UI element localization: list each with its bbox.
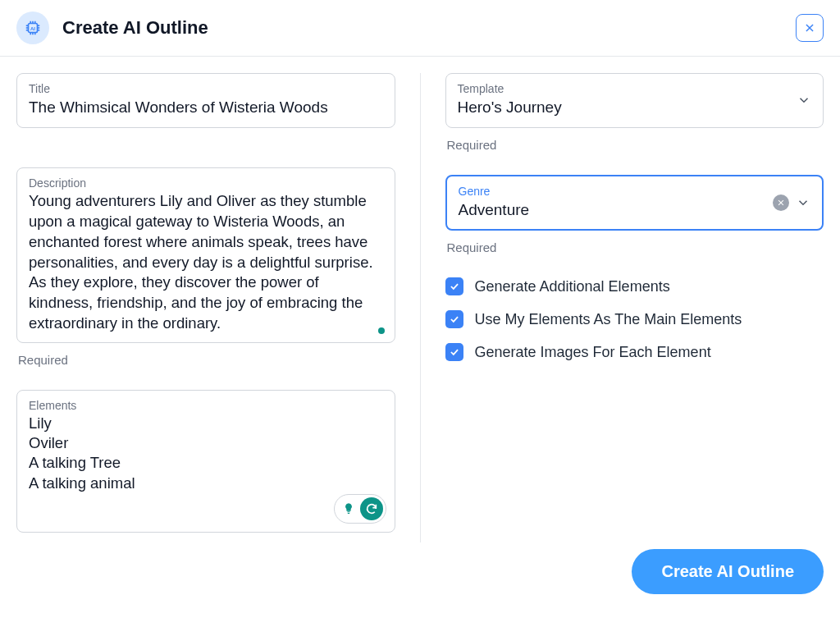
suggestion-button[interactable] [337, 497, 360, 520]
svg-text:AI: AI [30, 26, 35, 31]
option-generate-additional: Generate Additional Elements [445, 277, 824, 295]
genre-label: Genre [459, 185, 774, 198]
ai-icon: AI [16, 11, 49, 44]
description-value: Young adventurers Lily and Oliver as the… [29, 191, 383, 335]
checkbox-use-my-elements[interactable] [445, 310, 463, 328]
checkbox-generate-additional[interactable] [445, 277, 463, 295]
modal-header: AI Create AI Outline [0, 0, 840, 57]
svg-rect-16 [347, 512, 349, 513]
checkbox-label: Generate Images For Each Element [475, 344, 711, 361]
check-icon [449, 314, 460, 325]
modal-title: Create AI Outline [62, 17, 208, 39]
description-label: Description [29, 176, 383, 190]
elements-field[interactable]: Elements Lily Oviler A talking Tree A ta… [16, 390, 395, 533]
genre-value: Adventure [459, 199, 774, 222]
modal-content: Title The Whimsical Wonders of Wisteria … [0, 57, 840, 559]
header-left: AI Create AI Outline [16, 11, 208, 44]
lightbulb-icon [342, 502, 355, 515]
template-label: Template [458, 82, 797, 95]
description-field[interactable]: Description Young adventurers Lily and O… [16, 167, 395, 344]
options-group: Generate Additional Elements Use My Elem… [445, 277, 824, 361]
template-helper: Required [447, 138, 824, 152]
chevron-down-icon [796, 195, 810, 210]
left-column: Title The Whimsical Wonders of Wisteria … [16, 73, 421, 542]
checkbox-label: Use My Elements As The Main Elements [475, 311, 742, 328]
elements-value: Lily Oviler A talking Tree A talking ani… [29, 414, 383, 492]
close-button[interactable] [796, 14, 824, 42]
genre-select[interactable]: Genre Adventure [445, 175, 824, 231]
option-generate-images: Generate Images For Each Element [445, 343, 824, 361]
grammar-actions [334, 494, 386, 524]
title-label: Title [29, 82, 383, 95]
refresh-icon [365, 502, 378, 515]
close-icon [804, 22, 815, 34]
clear-genre-button[interactable] [773, 195, 789, 211]
check-icon [449, 346, 460, 358]
check-icon [449, 281, 460, 292]
svg-rect-17 [347, 513, 349, 514]
checkbox-label: Generate Additional Elements [475, 278, 670, 295]
close-icon [777, 199, 785, 207]
title-value: The Whimsical Wonders of Wisteria Woods [29, 97, 383, 119]
template-value: Hero's Journey [458, 97, 797, 119]
elements-label: Elements [29, 399, 383, 412]
grammar-check-button[interactable] [360, 497, 383, 520]
template-select[interactable]: Template Hero's Journey [445, 73, 824, 128]
checkbox-generate-images[interactable] [445, 343, 463, 361]
description-helper: Required [18, 353, 395, 367]
genre-helper: Required [447, 240, 824, 254]
chevron-down-icon [797, 93, 811, 108]
create-outline-button[interactable]: Create AI Outline [632, 549, 824, 594]
option-use-my-elements: Use My Elements As The Main Elements [445, 310, 824, 328]
right-column: Template Hero's Journey Required Genre A… [421, 73, 824, 542]
title-field[interactable]: Title The Whimsical Wonders of Wisteria … [16, 73, 395, 128]
grammar-indicator-icon [378, 327, 385, 334]
